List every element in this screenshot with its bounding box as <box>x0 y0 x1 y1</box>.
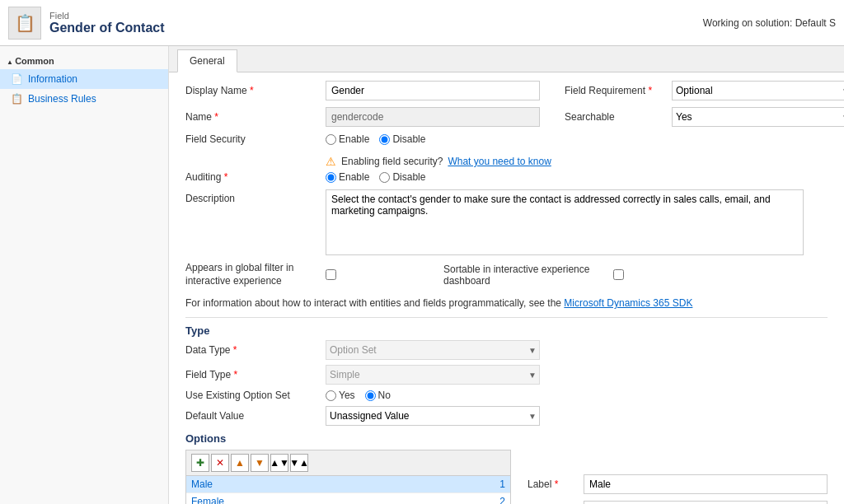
use-existing-yes-radio[interactable] <box>326 390 336 401</box>
description-row: Description Select the contact's gender … <box>185 189 828 255</box>
warning-row: ⚠ Enabling field security? What you need… <box>185 152 828 171</box>
sortable-checkbox[interactable] <box>613 269 624 280</box>
option-value-male: 1 <box>481 478 505 490</box>
option-row-female[interactable]: Female 2 <box>186 493 510 504</box>
display-name-input[interactable] <box>326 81 540 100</box>
name-control <box>326 107 540 127</box>
option-value-female: 2 <box>481 496 505 504</box>
field-security-radio-group: Enable Disable <box>326 133 425 145</box>
field-requirement-wrapper: Optional Business Required Business Reco… <box>672 81 844 100</box>
field-type-row: Field Type * Simple ▼ <box>185 365 828 385</box>
auditing-enable-text: Enable <box>339 171 369 183</box>
use-existing-label: Use Existing Option Set <box>185 390 317 401</box>
sidebar-item-business-rules-label: Business Rules <box>28 93 96 105</box>
tab-general[interactable]: General <box>177 49 237 72</box>
option-label-female: Female <box>191 496 481 504</box>
label-row: Label * <box>528 474 828 494</box>
tab-bar: General <box>169 46 844 72</box>
add-option-button[interactable]: ✚ <box>191 454 209 472</box>
sidebar-item-information[interactable]: 📄 Information <box>0 69 168 89</box>
use-existing-no-text: No <box>378 390 391 401</box>
auditing-enable-label[interactable]: Enable <box>326 171 369 183</box>
searchable-select[interactable]: Yes No <box>672 107 844 127</box>
warning-text: Enabling field security? <box>341 156 443 167</box>
field-requirement-select[interactable]: Optional Business Required Business Reco… <box>672 81 844 100</box>
field-security-disable-label[interactable]: Disable <box>379 133 425 145</box>
options-left: ✚ ✕ ▲ ▼ ▲▼ ▼▲ Male 1 <box>185 450 511 504</box>
display-name-row: Display Name * Field Requirement * <box>185 81 828 100</box>
sort-az-button[interactable]: ▲▼ <box>270 454 288 472</box>
header-subtitle: Field <box>49 11 165 21</box>
default-value-row: Default Value Unassigned Value ▼ <box>185 406 828 426</box>
sidebar-item-information-label: Information <box>28 73 77 85</box>
sidebar-section-common: Common <box>0 53 168 69</box>
auditing-row: Auditing * Enable Disable <box>185 171 828 183</box>
description-textarea[interactable]: Select the contact's gender to make sure… <box>326 189 804 255</box>
delete-option-button[interactable]: ✕ <box>211 454 229 472</box>
data-type-label: Data Type * <box>185 344 317 356</box>
field-security-enable-label[interactable]: Enable <box>326 133 369 145</box>
type-divider <box>185 317 828 318</box>
sdk-info-row: For information about how to interact wi… <box>185 294 828 312</box>
content-area: General Display Name * Field Requirement <box>169 46 844 504</box>
field-security-enable-radio[interactable] <box>326 134 336 145</box>
data-type-wrapper: Option Set ▼ <box>326 340 540 360</box>
value-input[interactable] <box>584 501 828 504</box>
field-security-enable-text: Enable <box>339 133 369 145</box>
auditing-radio-group: Enable Disable <box>326 171 425 183</box>
searchable-label: Searchable <box>565 111 663 123</box>
type-section-title: Type <box>185 324 828 337</box>
description-label: Description <box>185 189 317 204</box>
use-existing-no-label[interactable]: No <box>365 390 391 401</box>
name-input[interactable] <box>326 107 540 127</box>
field-type-select[interactable]: Simple <box>326 365 540 385</box>
move-down-button[interactable]: ▼ <box>251 454 269 472</box>
auditing-disable-label[interactable]: Disable <box>379 171 425 183</box>
label-input[interactable] <box>584 474 828 494</box>
label-field-label: Label * <box>528 478 577 490</box>
use-existing-radio-group: Yes No <box>326 390 391 401</box>
searchable-wrapper: Yes No ▼ <box>672 107 844 127</box>
default-value-label: Default Value <box>185 410 317 422</box>
default-value-select[interactable]: Unassigned Value <box>326 406 540 426</box>
use-existing-no-radio[interactable] <box>365 390 376 401</box>
warning-link[interactable]: What you need to know <box>448 156 551 167</box>
global-filter-label: Appears in global filter in interactive … <box>185 262 317 287</box>
options-section: ✚ ✕ ▲ ▼ ▲▼ ▼▲ Male 1 <box>185 450 828 504</box>
sdk-link[interactable]: Microsoft Dynamics 365 SDK <box>564 297 692 309</box>
field-icon: 📋 <box>15 13 35 33</box>
name-label: Name * <box>185 111 317 123</box>
global-filter-checkbox[interactable] <box>326 269 336 280</box>
business-rules-icon: 📋 <box>10 92 23 105</box>
data-type-select[interactable]: Option Set <box>326 340 540 360</box>
auditing-disable-text: Disable <box>392 171 425 183</box>
use-existing-yes-text: Yes <box>339 390 355 401</box>
field-security-row: Field Security Enable Disable <box>185 133 828 145</box>
sort-za-button[interactable]: ▼▲ <box>290 454 308 472</box>
auditing-disable-radio[interactable] <box>379 172 390 183</box>
warning-icon: ⚠ <box>326 155 336 168</box>
use-existing-row: Use Existing Option Set Yes No <box>185 390 828 401</box>
move-up-button[interactable]: ▲ <box>231 454 249 472</box>
working-on-label: Working on solution: Default S <box>703 17 836 29</box>
value-row: Value * <box>528 501 828 504</box>
header-title: Gender of Contact <box>49 21 165 35</box>
sortable-label: Sortable in interactive experience dashb… <box>443 264 608 287</box>
sidebar-item-business-rules[interactable]: 📋 Business Rules <box>0 89 168 109</box>
use-existing-yes-label[interactable]: Yes <box>326 390 355 401</box>
options-right: Label * Value * <box>528 450 828 504</box>
default-value-wrapper: Unassigned Value ▼ <box>326 406 540 426</box>
top-header: 📋 Field Gender of Contact Working on sol… <box>0 0 844 46</box>
field-requirement-label: Field Requirement * <box>565 85 663 96</box>
field-security-label: Field Security <box>185 133 317 145</box>
header-icon: 📋 <box>8 7 41 40</box>
option-label-male: Male <box>191 478 481 490</box>
option-row-male[interactable]: Male 1 <box>186 476 510 493</box>
display-name-required: * <box>250 85 254 96</box>
name-row: Name * Searchable Yes No ▼ <box>185 107 828 127</box>
auditing-enable-radio[interactable] <box>326 172 336 183</box>
checkbox-row: Appears in global filter in interactive … <box>185 262 828 287</box>
field-security-disable-radio[interactable] <box>379 134 390 145</box>
field-type-label: Field Type * <box>185 369 317 380</box>
field-security-disable-text: Disable <box>392 133 425 145</box>
